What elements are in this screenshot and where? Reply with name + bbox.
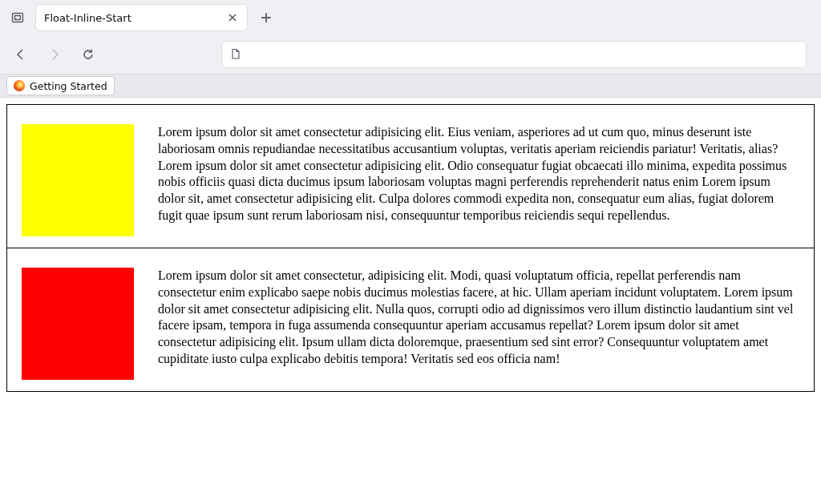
new-tab-button[interactable] xyxy=(254,6,278,30)
firefox-icon xyxy=(14,80,25,91)
svg-rect-1 xyxy=(15,16,21,20)
tab-strip: Float-Inline-Start xyxy=(0,0,821,35)
reload-button[interactable] xyxy=(75,42,101,67)
close-tab-button[interactable] xyxy=(226,11,239,24)
page-icon xyxy=(230,47,241,62)
paragraph-2: Lorem ipsum dolor sit amet consectetur, … xyxy=(22,268,799,368)
tab-title: Float-Inline-Start xyxy=(44,12,220,24)
browser-chrome: Float-Inline-Start xyxy=(0,0,821,98)
browser-tab[interactable]: Float-Inline-Start xyxy=(35,4,248,31)
bookmarks-bar: Getting Started xyxy=(0,74,821,98)
svg-rect-0 xyxy=(13,14,23,22)
paragraph-1: Lorem ipsum dolor sit amet consectetur a… xyxy=(22,124,799,224)
section-2: Lorem ipsum dolor sit amet consectetur, … xyxy=(6,248,815,392)
section-1: Lorem ipsum dolor sit amet consectetur a… xyxy=(6,104,815,248)
float-box-yellow xyxy=(22,124,134,236)
bookmark-getting-started[interactable]: Getting Started xyxy=(6,76,115,95)
float-box-red xyxy=(22,268,134,380)
page-viewport: Lorem ipsum dolor sit amet consectetur a… xyxy=(0,98,821,504)
spaces-icon[interactable] xyxy=(10,10,26,26)
url-bar[interactable] xyxy=(221,41,807,68)
toolbar xyxy=(0,35,821,74)
back-button[interactable] xyxy=(8,42,34,67)
forward-button[interactable] xyxy=(42,42,67,67)
bookmark-label: Getting Started xyxy=(30,80,107,92)
